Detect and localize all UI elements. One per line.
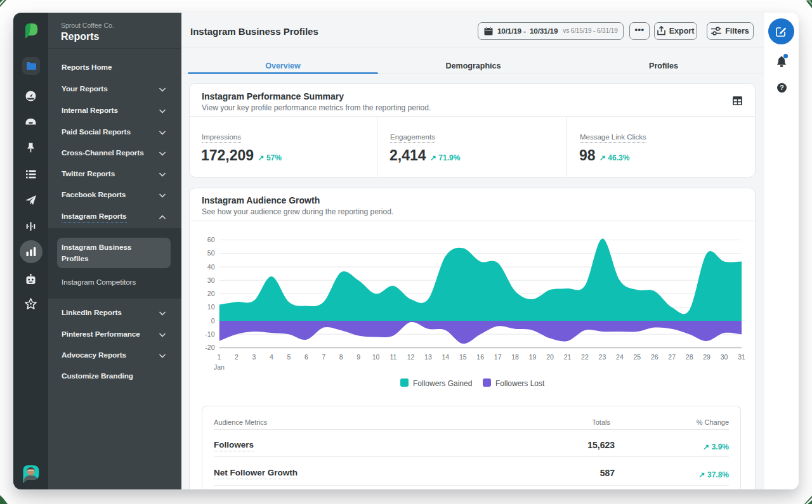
svg-text:?: ?: [780, 84, 783, 91]
